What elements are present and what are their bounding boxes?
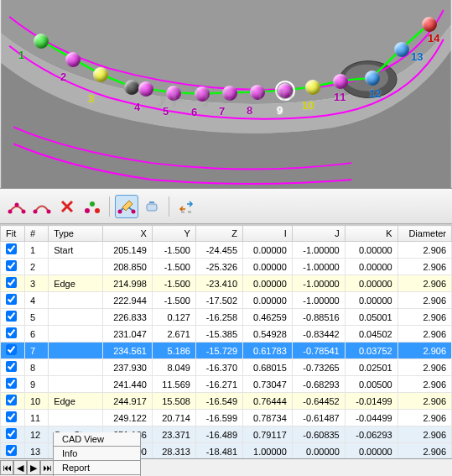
fit-checkbox[interactable] [6,411,17,422]
point-sphere-4[interactable] [138,81,153,97]
cell[interactable] [1,359,25,376]
cell: 2.906 [397,410,451,426]
cell: 0.46259 [243,309,293,326]
point-sphere-14[interactable] [422,17,437,32]
fit-checkbox[interactable] [6,327,17,338]
table-row[interactable]: 3Edge214.998-1.500-23.4100.00000-1.00000… [1,275,452,292]
cell: 0.73047 [243,376,293,393]
cell[interactable] [1,393,25,410]
table-row[interactable]: 1Start205.149-1.500-24.4550.00000-1.0000… [1,242,452,259]
fit-checkbox[interactable] [6,395,17,405]
point-sphere-1[interactable] [34,34,49,49]
tool-flip[interactable] [174,195,198,218]
table-row[interactable]: 4222.944-1.500-17.5020.00000-1.000000.00… [1,292,452,309]
cell[interactable] [1,343,25,359]
column-header[interactable]: Type [49,226,103,242]
points-table-container[interactable]: Fit#TypeXYZIJKDiameter 1Start205.149-1.5… [0,224,452,458]
table-row[interactable]: 6231.0472.671-15.3850.54928-0.834420.045… [1,326,452,343]
cell[interactable] [1,410,25,426]
column-header[interactable]: Y [152,226,195,242]
table-row[interactable]: 2208.850-1.500-25.3260.00000-1.000000.00… [1,259,452,275]
fit-checkbox[interactable] [6,243,17,254]
table-row[interactable]: 11249.12220.714-16.5990.78734-0.61487-0.… [1,410,452,426]
cell: -16.599 [195,410,242,426]
table-row[interactable]: 5226.8330.127-16.2580.46259-0.885160.050… [1,309,452,326]
tab-info[interactable]: Info [53,447,141,461]
point-label: 2 [60,71,66,83]
fit-checkbox[interactable] [6,344,17,355]
point-sphere-13[interactable] [394,42,409,57]
tool-erase[interactable] [140,195,164,218]
table-row[interactable]: 9241.44011.569-16.2710.73047-0.682930.00… [1,376,452,393]
cell[interactable] [1,292,25,309]
cell: -23.410 [195,275,242,292]
point-sphere-3[interactable] [93,67,108,82]
column-header[interactable]: # [24,226,48,242]
point-sphere-2[interactable] [65,52,81,67]
fit-checkbox[interactable] [6,361,17,372]
tool-curve-2[interactable] [30,195,54,218]
fit-checkbox[interactable] [6,445,17,456]
point-sphere-9[interactable] [278,83,293,98]
fit-checkbox[interactable] [6,277,17,288]
column-header[interactable]: Diameter [397,226,451,242]
cad-viewport[interactable]: 1234567891011121314 ypojie.com [0,0,452,189]
cell[interactable] [1,309,25,326]
point-label: 6 [191,106,197,118]
tab-nav-prev[interactable]: ◀ [13,460,27,475]
point-sphere-5[interactable] [166,86,181,101]
cell: -16.549 [195,393,242,410]
cell[interactable] [1,242,25,259]
cell: -24.455 [195,242,242,259]
column-header[interactable]: K [345,226,397,242]
tab-nav-last[interactable]: ⏭ [40,460,54,475]
column-header[interactable]: Z [195,226,242,242]
cell[interactable] [1,376,25,393]
cell[interactable] [1,259,25,275]
cell[interactable] [1,275,25,292]
point-label: 13 [411,50,423,63]
fit-checkbox[interactable] [6,378,17,389]
cell: 244.917 [103,393,153,410]
column-header[interactable]: J [292,226,345,242]
column-header[interactable]: X [103,226,153,242]
fit-checkbox[interactable] [6,260,17,271]
cell: 0.00000 [345,292,397,309]
cell: -15.729 [195,343,242,359]
cell: 0.00000 [243,292,293,309]
svg-point-2 [8,209,13,213]
tool-curve-1[interactable] [5,195,29,218]
cell: 0.00500 [345,376,397,393]
cell[interactable] [1,443,25,459]
fit-checkbox[interactable] [6,294,17,305]
cell [49,343,103,359]
cell: 249.122 [103,410,153,426]
cell: 2.906 [397,309,451,326]
point-sphere-11[interactable] [333,74,348,89]
table-row[interactable]: 10Edge244.91715.508-16.5490.76444-0.6445… [1,393,452,410]
fit-checkbox[interactable] [6,311,17,322]
cell: 0.00000 [292,443,345,459]
fit-checkbox[interactable] [6,428,17,439]
tab-report[interactable]: Report [53,461,141,475]
tab-nav-next[interactable]: ▶ [27,460,40,475]
point-sphere-aux[interactable] [124,80,139,95]
tool-edit-curve[interactable] [115,195,138,218]
point-sphere-12[interactable] [365,71,380,86]
tab-cad-view[interactable]: CAD View [53,432,141,447]
cell: -16.370 [195,359,242,376]
cell[interactable] [1,426,25,443]
column-header[interactable]: Fit [1,226,25,242]
table-row[interactable]: 8237.9308.049-16.3700.68015-0.732650.025… [1,359,452,376]
tool-points[interactable] [81,195,104,218]
tab-nav-first[interactable]: ⏮ [0,460,13,475]
table-row[interactable]: 7234.5615.186-15.7290.61783-0.785410.037… [1,343,452,359]
point-sphere-10[interactable] [305,80,320,95]
column-header[interactable]: I [243,226,293,242]
tool-delete[interactable] [55,195,79,218]
point-sphere-7[interactable] [222,86,237,101]
point-sphere-6[interactable] [195,86,210,102]
point-sphere-8[interactable] [250,85,265,100]
cell: Edge [49,275,103,292]
cell[interactable] [1,326,25,343]
